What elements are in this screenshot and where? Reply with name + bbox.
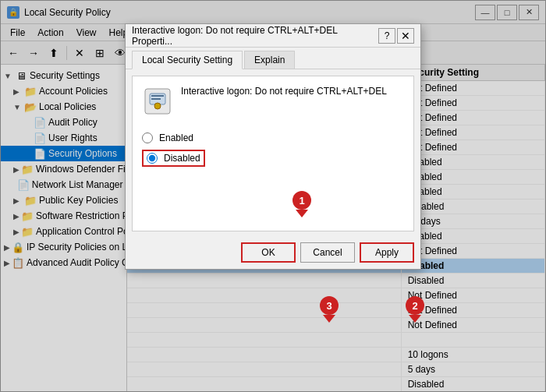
tab-local-security-setting[interactable]: Local Security Setting: [132, 51, 243, 69]
properties-dialog: Interactive logon: Do not require CTRL+A…: [125, 23, 421, 270]
policy-name: Interactive logon: Do not require CTRL+A…: [181, 86, 404, 97]
policy-row: Interactive logon: Do not require CTRL+A…: [142, 86, 404, 117]
enabled-label: Enabled: [159, 132, 193, 143]
disabled-radio[interactable]: [147, 153, 158, 164]
dialog-footer: OK Cancel Apply: [126, 238, 420, 269]
policy-icon: [142, 86, 173, 117]
dialog-tabs: Local Security Setting Explain: [126, 48, 420, 69]
enabled-option[interactable]: Enabled: [142, 132, 404, 143]
enabled-radio[interactable]: [142, 132, 153, 143]
disabled-label: Disabled: [164, 153, 200, 164]
dialog-overlay: Interactive logon: Do not require CTRL+A…: [0, 0, 546, 392]
tab-explain[interactable]: Explain: [244, 51, 295, 69]
disabled-option[interactable]: Disabled: [142, 150, 205, 167]
svg-rect-2: [151, 95, 164, 97]
dialog-title: Interactive logon: Do not require CTRL+A…: [132, 25, 378, 47]
dialog-help-button[interactable]: ?: [378, 28, 395, 44]
dialog-body: Interactive logon: Do not require CTRL+A…: [132, 76, 414, 231]
cancel-button[interactable]: Cancel: [300, 242, 355, 263]
apply-button[interactable]: Apply: [360, 242, 414, 263]
svg-rect-5: [156, 104, 159, 108]
dialog-close-button[interactable]: ✕: [397, 28, 414, 44]
ok-button[interactable]: OK: [241, 242, 296, 263]
svg-rect-3: [151, 98, 161, 100]
dialog-title-bar: Interactive logon: Do not require CTRL+A…: [126, 24, 420, 48]
security-icon-svg: [144, 87, 172, 115]
dialog-options: Enabled Disabled: [142, 126, 404, 179]
